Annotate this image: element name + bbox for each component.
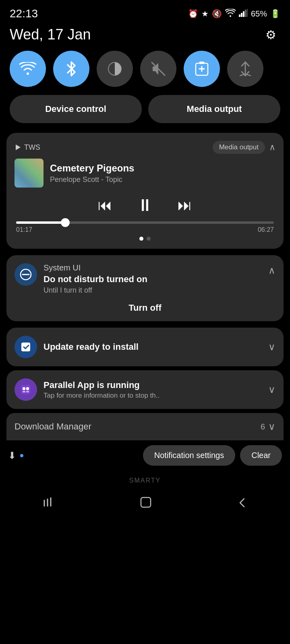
status-time: 22:13 <box>10 7 38 20</box>
battery-icon: 🔋 <box>270 9 280 19</box>
parallel-text: Parallel App is running Tap for more inf… <box>44 380 262 400</box>
svg-rect-16 <box>23 387 25 390</box>
svg-rect-4 <box>247 9 248 17</box>
music-collapse-icon[interactable]: ∧ <box>269 142 276 153</box>
bottom-left-icons: ⬇ <box>8 450 23 461</box>
svg-rect-9 <box>199 62 204 64</box>
progress-bar-container[interactable]: 01:17 06:27 <box>16 221 274 233</box>
quick-toggles-row <box>0 51 290 95</box>
dm-chevron-icon[interactable]: ∨ <box>268 421 276 432</box>
svg-rect-19 <box>26 391 29 392</box>
media-output-badge[interactable]: Media output <box>213 141 265 154</box>
recents-button[interactable] <box>43 497 54 512</box>
page-dot-1 <box>139 237 143 241</box>
progress-times: 01:17 06:27 <box>16 226 274 233</box>
carrier-name: SMARTY <box>129 477 161 484</box>
svg-rect-1 <box>241 13 242 17</box>
alarm-icon: ⏰ <box>188 9 198 19</box>
bluetooth-toggle[interactable] <box>53 51 89 87</box>
parallel-subtitle: Tap for more information or to stop th.. <box>44 392 262 400</box>
dm-left: Download Manager <box>14 421 91 432</box>
download-manager-card[interactable]: Download Manager 6 ∨ <box>6 413 284 440</box>
cell-signal-icon <box>239 9 248 19</box>
svg-rect-3 <box>245 10 246 17</box>
clear-button[interactable]: Clear <box>240 445 282 466</box>
data-transfer-toggle[interactable] <box>227 51 263 87</box>
dnd-turn-off-button[interactable]: Turn off <box>14 295 276 321</box>
mute-toggle[interactable] <box>140 51 176 87</box>
update-notification-card[interactable]: Update ready to install ∨ <box>6 328 284 366</box>
pause-button[interactable]: ⏸ <box>137 196 153 215</box>
svg-rect-2 <box>243 11 244 17</box>
page-dot-2 <box>147 237 151 241</box>
current-time: 01:17 <box>16 226 32 233</box>
music-source: TWS <box>14 143 40 152</box>
next-button[interactable]: ⏭ <box>178 197 192 214</box>
update-text: Update ready to install <box>44 342 262 352</box>
bottom-buttons: Notification settings Clear <box>143 445 282 466</box>
parallel-title: Parallel App is running <box>44 380 262 390</box>
dnd-chevron-icon[interactable]: ∧ <box>268 265 276 276</box>
battery-saver-toggle[interactable] <box>184 51 220 87</box>
prev-button[interactable]: ⏮ <box>98 197 112 214</box>
svg-rect-14 <box>21 343 30 351</box>
track-title: Cemetery Pigeons <box>50 163 134 174</box>
music-controls: ⏮ ⏸ ⏭ <box>14 196 276 215</box>
status-icons: ⏰ ★ 🔇 65% 🔋 <box>188 9 280 19</box>
wifi-signal-icon <box>225 9 236 19</box>
bottom-action-bar: ⬇ Notification settings Clear <box>0 440 290 470</box>
dnd-app-name: System UI <box>44 263 262 272</box>
album-art <box>14 159 44 188</box>
progress-fill <box>16 221 65 224</box>
navigation-bar <box>0 488 290 524</box>
track-artist: Penelope Scott - Topic <box>50 175 134 184</box>
notification-dot <box>20 454 23 457</box>
back-button[interactable] <box>238 497 247 512</box>
dm-count: 6 <box>261 422 265 431</box>
date-row: Wed, 17 Jan ⚙ <box>0 23 290 51</box>
media-output-button[interactable]: Media output <box>148 95 280 123</box>
progress-track <box>16 221 274 224</box>
progress-dots <box>14 237 276 241</box>
battery-percent: 65% <box>251 9 267 19</box>
svg-rect-17 <box>26 387 29 390</box>
gear-icon: ⚙ <box>265 28 276 42</box>
theme-toggle[interactable] <box>97 51 133 87</box>
date-display: Wed, 17 Jan <box>10 26 91 43</box>
carrier-row: SMARTY <box>0 470 290 488</box>
parallel-chevron-icon[interactable]: ∨ <box>268 384 276 395</box>
wifi-toggle[interactable] <box>10 51 46 87</box>
mute-icon: 🔇 <box>212 9 222 19</box>
status-bar: 22:13 ⏰ ★ 🔇 65% 🔋 <box>0 0 290 23</box>
music-info-row: Cemetery Pigeons Penelope Scott - Topic <box>14 159 276 188</box>
source-label: TWS <box>24 143 40 152</box>
dm-title: Download Manager <box>14 421 91 432</box>
svg-rect-0 <box>239 14 240 17</box>
dnd-notification-card: System UI Do not disturb turned on Until… <box>6 255 284 321</box>
parallel-notification-card[interactable]: Parallel App is running Tap for more inf… <box>6 370 284 409</box>
total-time: 06:27 <box>258 226 274 233</box>
dnd-title: Do not disturb turned on <box>44 274 262 285</box>
progress-thumb <box>61 218 70 227</box>
dnd-text: System UI Do not disturb turned on Until… <box>44 263 262 295</box>
update-chevron-icon[interactable]: ∨ <box>268 341 276 353</box>
svg-rect-23 <box>141 497 151 507</box>
music-text: Cemetery Pigeons Penelope Scott - Topic <box>50 163 134 184</box>
dnd-header: System UI Do not disturb turned on Until… <box>14 263 276 295</box>
dm-right: 6 ∨ <box>261 421 276 432</box>
device-control-button[interactable]: Device control <box>10 95 142 123</box>
svg-rect-6 <box>153 66 156 71</box>
home-button[interactable] <box>140 496 152 512</box>
music-player-card: TWS Media output ∧ Cemetery Pigeons Pene… <box>6 133 284 249</box>
update-title: Update ready to install <box>44 342 262 352</box>
action-buttons-row: Device control Media output <box>0 95 290 133</box>
media-output-badge-label: Media output <box>219 143 259 151</box>
settings-button[interactable]: ⚙ <box>261 25 280 44</box>
svg-marker-11 <box>16 144 21 150</box>
download-arrow-icon: ⬇ <box>8 450 16 461</box>
dnd-icon <box>14 263 37 286</box>
dnd-subtitle: Until I turn it off <box>44 286 262 295</box>
parallel-icon <box>14 378 37 401</box>
update-icon <box>14 336 37 358</box>
notification-settings-button[interactable]: Notification settings <box>143 445 235 466</box>
